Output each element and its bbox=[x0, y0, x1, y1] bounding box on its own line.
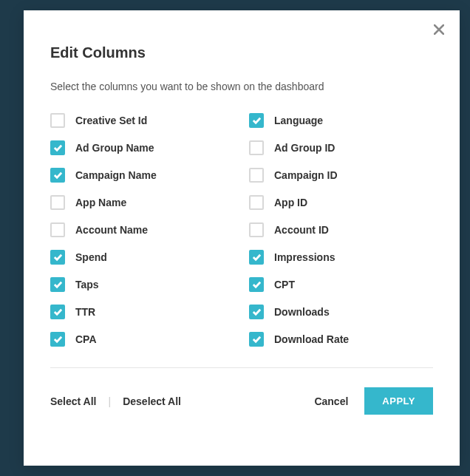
checkbox-label: CPT bbox=[274, 279, 295, 290]
checkbox[interactable] bbox=[249, 195, 264, 210]
close-icon bbox=[434, 24, 444, 35]
checkbox-label: Ad Group Name bbox=[75, 142, 154, 154]
checkmark-icon bbox=[252, 335, 262, 344]
checkbox[interactable] bbox=[249, 140, 264, 155]
checkmark-icon bbox=[53, 335, 63, 344]
checkbox-label: Creative Set Id bbox=[75, 115, 147, 126]
column-option-download-rate[interactable]: Download Rate bbox=[249, 332, 433, 347]
checkbox-label: Campaign Name bbox=[75, 169, 157, 181]
checkbox[interactable] bbox=[249, 113, 264, 128]
checkbox[interactable] bbox=[50, 277, 65, 292]
column-option-ttr[interactable]: TTR bbox=[50, 305, 234, 319]
column-option-account-name[interactable]: Account Name bbox=[50, 222, 234, 237]
checkbox-label: Ad Group ID bbox=[274, 142, 335, 154]
checkmark-icon bbox=[252, 253, 262, 262]
checkbox[interactable] bbox=[249, 250, 264, 265]
checkbox-label: Spend bbox=[75, 251, 107, 263]
checkbox[interactable] bbox=[50, 305, 65, 319]
modal-title: Edit Columns bbox=[50, 44, 433, 61]
modal-footer: Select All | Deselect All Cancel APPLY bbox=[50, 387, 433, 415]
column-option-ad-group-id[interactable]: Ad Group ID bbox=[249, 140, 433, 155]
checkbox[interactable] bbox=[249, 168, 264, 183]
column-option-app-id[interactable]: App ID bbox=[249, 195, 433, 210]
column-option-campaign-id[interactable]: Campaign ID bbox=[249, 168, 433, 183]
column-option-account-id[interactable]: Account ID bbox=[249, 222, 433, 237]
footer-right: Cancel APPLY bbox=[314, 387, 433, 415]
checkbox[interactable] bbox=[249, 332, 264, 347]
checkbox-label: Downloads bbox=[274, 306, 330, 318]
deselect-all-link[interactable]: Deselect All bbox=[123, 395, 181, 407]
column-option-campaign-name[interactable]: Campaign Name bbox=[50, 168, 234, 183]
column-option-spend[interactable]: Spend bbox=[50, 250, 234, 265]
column-option-language[interactable]: Language bbox=[249, 113, 433, 128]
cancel-button[interactable]: Cancel bbox=[314, 395, 348, 407]
checkmark-icon bbox=[53, 143, 63, 152]
column-option-downloads[interactable]: Downloads bbox=[249, 305, 433, 319]
checkbox-label: Account Name bbox=[75, 224, 148, 236]
checkbox-label: Language bbox=[274, 115, 323, 126]
checkbox[interactable] bbox=[249, 222, 264, 237]
checkbox[interactable] bbox=[50, 140, 65, 155]
column-option-impressions[interactable]: Impressions bbox=[249, 250, 433, 265]
modal-subtitle: Select the columns you want to be shown … bbox=[50, 81, 433, 92]
checkbox[interactable] bbox=[50, 168, 65, 183]
columns-grid: Creative Set Id Language Ad Group Name A… bbox=[50, 113, 433, 347]
checkbox[interactable] bbox=[249, 277, 264, 292]
checkmark-icon bbox=[53, 253, 63, 262]
checkbox-label: Download Rate bbox=[274, 333, 349, 345]
column-option-creative-set-id[interactable]: Creative Set Id bbox=[50, 113, 234, 128]
separator: | bbox=[109, 395, 112, 407]
checkmark-icon bbox=[53, 280, 63, 289]
checkbox[interactable] bbox=[249, 305, 264, 319]
checkbox-label: TTR bbox=[75, 306, 95, 318]
checkbox-label: Taps bbox=[75, 279, 99, 290]
checkbox-label: App ID bbox=[274, 197, 307, 208]
checkbox-label: Campaign ID bbox=[274, 169, 338, 181]
checkbox[interactable] bbox=[50, 222, 65, 237]
column-option-cpa[interactable]: CPA bbox=[50, 332, 234, 347]
apply-button[interactable]: APPLY bbox=[364, 387, 433, 415]
column-option-app-name[interactable]: App Name bbox=[50, 195, 234, 210]
divider bbox=[50, 367, 433, 368]
checkbox[interactable] bbox=[50, 195, 65, 210]
column-option-cpt[interactable]: CPT bbox=[249, 277, 433, 292]
checkbox-label: CPA bbox=[75, 333, 97, 345]
checkmark-icon bbox=[53, 307, 63, 316]
checkbox[interactable] bbox=[50, 113, 65, 128]
checkmark-icon bbox=[252, 116, 262, 125]
checkmark-icon bbox=[53, 171, 63, 180]
checkbox[interactable] bbox=[50, 250, 65, 265]
footer-left: Select All | Deselect All bbox=[50, 395, 181, 407]
checkbox-label: App Name bbox=[75, 197, 126, 208]
close-button[interactable] bbox=[432, 22, 446, 37]
checkbox-label: Impressions bbox=[274, 251, 335, 263]
edit-columns-modal: Edit Columns Select the columns you want… bbox=[24, 10, 460, 466]
checkbox-label: Account ID bbox=[274, 224, 329, 236]
select-all-link[interactable]: Select All bbox=[50, 395, 97, 407]
checkmark-icon bbox=[252, 280, 262, 289]
column-option-taps[interactable]: Taps bbox=[50, 277, 234, 292]
column-option-ad-group-name[interactable]: Ad Group Name bbox=[50, 140, 234, 155]
checkbox[interactable] bbox=[50, 332, 65, 347]
checkmark-icon bbox=[252, 307, 262, 316]
